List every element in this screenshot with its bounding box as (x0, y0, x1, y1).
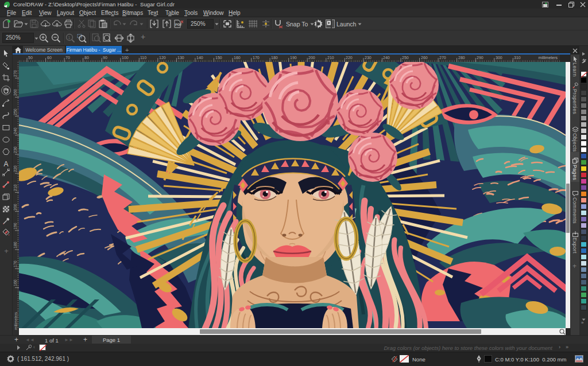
svg-text:300: 300 (496, 56, 502, 60)
svg-text:230: 230 (13, 146, 17, 153)
svg-text:270: 270 (13, 70, 17, 77)
svg-text:240: 240 (383, 56, 390, 60)
svg-text:280: 280 (458, 56, 465, 60)
svg-text:250: 250 (13, 108, 17, 115)
svg-text:1: 1 (68, 36, 71, 40)
svg-text:190: 190 (290, 56, 297, 60)
svg-text:PDF: PDF (175, 23, 182, 26)
svg-text:210: 210 (327, 56, 334, 60)
svg-text:170: 170 (13, 260, 17, 267)
svg-text:200: 200 (13, 204, 17, 211)
svg-text:240: 240 (13, 127, 17, 134)
svg-text:110: 110 (140, 56, 146, 60)
svg-text:210: 210 (13, 184, 17, 191)
svg-text:millimeters: millimeters (14, 312, 18, 330)
svg-text:50: 50 (28, 56, 33, 60)
svg-text:120: 120 (159, 56, 166, 60)
svg-text:60: 60 (47, 56, 52, 60)
svg-text:millimeters: millimeters (539, 56, 558, 60)
svg-text:190: 190 (13, 223, 17, 229)
svg-text:100: 100 (122, 56, 129, 60)
svg-text:230: 230 (365, 56, 372, 60)
svg-text:70: 70 (65, 56, 70, 60)
svg-text:180: 180 (271, 56, 278, 60)
svg-text:180: 180 (13, 242, 17, 248)
svg-text:140: 140 (196, 56, 203, 60)
svg-text:160: 160 (234, 56, 241, 60)
svg-text:270: 270 (439, 56, 446, 60)
svg-text:290: 290 (477, 56, 483, 60)
svg-text:220: 220 (13, 165, 17, 172)
svg-text:160: 160 (13, 279, 17, 286)
svg-text:260: 260 (421, 56, 428, 60)
svg-text:130: 130 (177, 56, 184, 60)
svg-text:80: 80 (84, 56, 89, 60)
svg-text:170: 170 (253, 56, 260, 60)
svg-text:90: 90 (103, 56, 107, 60)
svg-text:200: 200 (308, 56, 315, 60)
svg-text:220: 220 (346, 56, 353, 60)
svg-text:250: 250 (402, 56, 409, 60)
svg-text:310: 310 (514, 56, 521, 60)
svg-text:260: 260 (13, 89, 17, 96)
svg-text:150: 150 (215, 56, 222, 60)
